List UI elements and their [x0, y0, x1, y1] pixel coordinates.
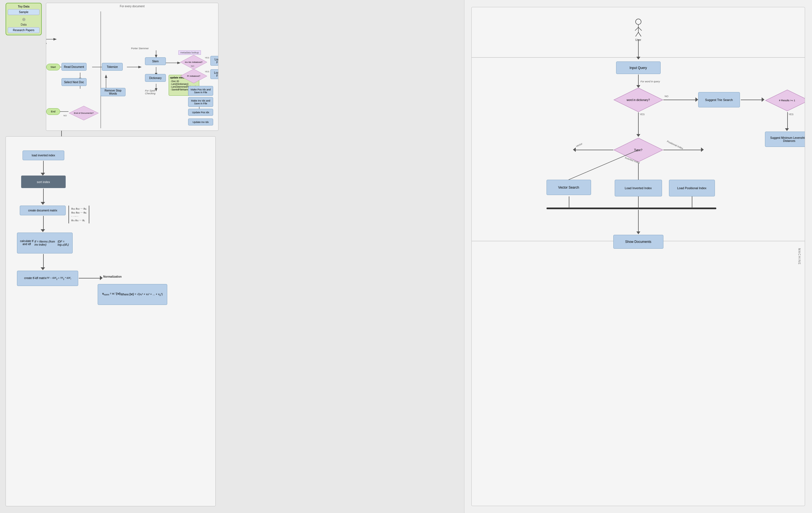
end-of-docs-diamond: End of Documents? [68, 105, 99, 121]
plus-icon: ⊕ [8, 17, 39, 22]
user-icon: User [633, 18, 644, 41]
normalization-label-node: Normalization [103, 275, 122, 278]
show-documents-node: Show Documents [613, 235, 663, 249]
yes-label-results: YES [789, 113, 794, 116]
no-label-docs: NO [63, 114, 67, 117]
matrix-display: a₁₁ a₁₂ ··· a₁ⱼ a₂₁ a₂₂ ··· a₂ⱼ · · ··· … [68, 206, 89, 223]
remove-stop-words-node: Remove Stop Words [100, 88, 125, 96]
yes-label-pos: YES [205, 70, 209, 73]
positional-index-edge-label: Positional Index [666, 140, 684, 150]
update-pos-idx-node: Update Pos Idx [188, 109, 213, 116]
start-node: Start [46, 64, 60, 70]
make-inv-save-node: Make Inv Idx and Save in File [188, 97, 213, 107]
calc-tf-idf-node: calculate tf and idf tf = #terms (from i… [17, 233, 72, 253]
load-inverted-index-node: Load Inverted Index [615, 180, 662, 197]
suggest-trie-node: Suggest Trie Search [698, 92, 740, 108]
suggest-levenshtein-node: Suggest Minimum Levenshtein Distances [765, 131, 805, 147]
machine-swim-label: MACHINE [798, 248, 801, 265]
for-word-label: For word in query [641, 80, 660, 83]
load-inverted-index-node: load inverted index [23, 151, 64, 160]
pi-initialized-diamond: PI Initialized? [180, 68, 208, 84]
type-diamond: Type? [613, 138, 663, 162]
vector-edge-label: vector [576, 142, 583, 147]
datasource-title: Toy Data [8, 5, 39, 8]
end-node: End [46, 108, 60, 115]
main-container: Toy Data Sample ⊕ Data Research Papers F… [0, 0, 812, 513]
input-query-node: Input Query [616, 61, 661, 74]
sample-button[interactable]: Sample [8, 9, 39, 15]
word-in-dict-diamond: word in dictionary? [613, 87, 663, 112]
research-papers-button[interactable]: Research Papers [8, 27, 39, 33]
svg-line-24 [638, 32, 641, 36]
data-label: Data [8, 23, 39, 26]
spell-checking-label: For SpellChecking [145, 89, 155, 95]
update-inv-idx-node: Update Inv Idx [188, 119, 213, 125]
datasource-arrow [46, 3, 46, 59]
svg-line-18 [46, 31, 46, 43]
porter-stemmer-label: Porter Stemmer [131, 47, 149, 50]
dictionary-node: Dictionary [145, 74, 166, 82]
yes-label-inv: YES [205, 57, 209, 59]
datasource-box: Toy Data Sample ⊕ Data Research Papers [6, 3, 42, 35]
no-label-inv: NO [191, 65, 194, 67]
read-document-node: Read Document [61, 63, 87, 71]
svg-line-23 [636, 32, 638, 36]
stem-node: Stem [145, 57, 166, 65]
svg-point-19 [636, 19, 641, 25]
load-inv-from-file-node: Load Inv Idx From File [210, 56, 219, 66]
no-label-dict: NO [665, 95, 669, 98]
create-tfidf-node: create tf-idf matrix TF − IDFij = TFij *… [17, 271, 78, 286]
vector-search-node: Vector Search [547, 180, 591, 195]
user-figure-svg [633, 18, 644, 38]
load-positional-index-node: Load Positional Index [669, 180, 715, 197]
results-diamond: # Results >= 1 [765, 89, 805, 112]
yes-label-dict: YES [640, 113, 645, 116]
select-next-doc-node: Select Next Doc [61, 78, 87, 86]
make-pos-save-node: Make Pos Idx and Save in File [188, 86, 213, 96]
tokenize-node: Tokenize [102, 63, 123, 71]
inv-initialized-diamond: Inv Idx Initialized? [180, 55, 208, 70]
load-pos-from-file-node: Load Pos Idx From File [210, 69, 219, 79]
svg-line-22 [638, 27, 642, 31]
metadata-lookup-label: metadata lookup [178, 50, 201, 55]
svg-line-21 [635, 27, 638, 31]
normalization-formula-node: vnorm = v / ‖v‖ Where: ‖v‖ = √(v₁² + v₂²… [98, 284, 167, 305]
sort-index-node: sort index [21, 176, 66, 188]
create-doc-matrix-node: create document matrix [20, 206, 66, 215]
